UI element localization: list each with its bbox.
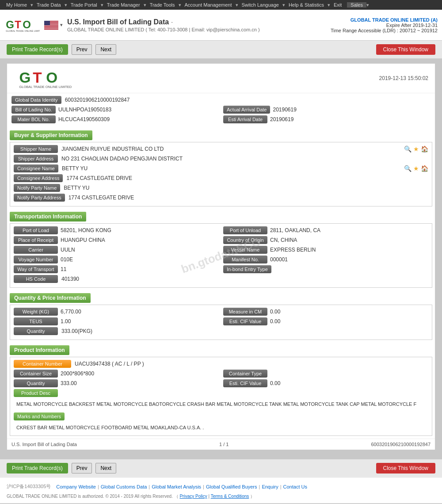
header-expire: Expire After 2019-12-31 (331, 23, 438, 28)
print-button-bottom[interactable]: Print Trade Record(s) (7, 463, 68, 473)
place-receipt-value: HUANGPU CHINA (61, 237, 219, 243)
container-number-row: Container Number UACU3947438 ( AC / L / … (14, 360, 428, 368)
master-bol-value: HLCUCA4190560309 (58, 116, 219, 122)
logo-area: G T O GLOBAL TRADE ONLINE LIMITED ▾ (4, 14, 63, 36)
weight-measure-row: Weight (KG) 6,770.00 Measure in CM 0.00 (14, 308, 428, 316)
inbond-col: In-bond Entry Type (223, 265, 428, 273)
nav-exit[interactable]: Exit (330, 2, 345, 8)
consignee-star-icon[interactable]: ★ (413, 165, 419, 172)
weight-value: 6,770.00 (61, 309, 219, 315)
consignee-address-label: Consignee Address (14, 174, 63, 182)
consignee-search-icon[interactable]: 🔍 (404, 165, 412, 172)
subtitle-tel: Tel: 400-710-3008 (149, 27, 188, 32)
nav-trade-tools[interactable]: Trade Tools (146, 2, 179, 8)
nav-my-home[interactable]: My Home (3, 2, 30, 8)
header-company-name: GLOBAL TRADE ONLINE LIMITED (A) (331, 17, 438, 23)
hs-code-row: HS Code 401390 (14, 275, 428, 283)
container-number-value: UACU3947438 ( AC / L / PP ) (75, 361, 428, 367)
prev-button-top[interactable]: Prev (72, 44, 92, 55)
svg-text:GLOBAL TRADE ONLINE LIMITED: GLOBAL TRADE ONLINE LIMITED (6, 30, 40, 32)
footer-company-website[interactable]: Company Website (56, 484, 96, 489)
shipper-star-icon[interactable]: ★ (413, 145, 419, 153)
port-unload-value: 2811, OAKLAND, CA (270, 227, 428, 233)
record-header: G T O GLOBAL TRADE ONLINE LIMITED 2019-1… (7, 64, 435, 93)
measure-col: Measure in CM 0.00 (223, 308, 428, 316)
nav-help-statistics[interactable]: Help & Statistics (285, 2, 328, 8)
header-bar: G T O GLOBAL TRADE ONLINE LIMITED ▾ U.S.… (0, 10, 442, 41)
footer-terms[interactable]: Terms & Conditions (211, 494, 249, 499)
transport-inbond-row: Way of Transport 11 In-bond Entry Type (14, 265, 428, 273)
esti-cif-qty-value: 0.00 (270, 318, 428, 325)
record-datetime: 2019-12-13 15:50:02 (379, 75, 428, 81)
teus-col: TEUS 1.00 (14, 317, 219, 325)
container-number-label: Container Number (14, 360, 71, 368)
notify-party-name-label: Notify Party Name (14, 184, 60, 192)
footer-global-market[interactable]: Global Market Analysis (152, 484, 201, 489)
shipper-name-row: Shipper Name JIANGMEN RUIYUE INDUSTRIAL … (14, 145, 428, 153)
port-row: Port of Load 58201, HONG KONG Port of Un… (14, 226, 428, 234)
master-bol-label: Mater BOL No. (11, 115, 56, 123)
bol-col: Bill of Lading No. UULNHPOA19050183 (11, 106, 219, 114)
svg-text:G: G (6, 19, 14, 31)
product-content: Container Number UACU3947438 ( AC / L / … (10, 357, 432, 436)
svg-text:O: O (23, 19, 31, 31)
close-button-bottom[interactable]: Close This Window (376, 463, 435, 473)
product-qty-cif-row: Quantity 333.00 Esti. CIF Value 0.00 (14, 379, 428, 387)
next-button-top[interactable]: Next (95, 44, 116, 55)
shipper-search-icon[interactable]: 🔍 (404, 145, 412, 153)
consignee-home-icon[interactable]: 🏠 (421, 165, 428, 172)
actual-arrival-col: Actual Arrival Date 20190619 (223, 106, 431, 114)
global-data-row: Global Data Identity 6003201906210000192… (11, 96, 431, 104)
notify-party-address-label: Notify Party Address (14, 194, 65, 202)
nav-trade-manager[interactable]: Trade Manager (103, 2, 144, 8)
prev-button-bottom[interactable]: Prev (72, 463, 92, 473)
record-card: G T O GLOBAL TRADE ONLINE LIMITED 2019-1… (7, 63, 435, 450)
teus-cif-row: TEUS 1.00 Esti. CIF Value 0.00 (14, 317, 428, 325)
header-ldr: Time Range Accessible (LDR) : 200712 ~ 2… (331, 28, 438, 33)
quantity-price-section: Quantity & Price Information Weight (KG)… (7, 290, 435, 343)
transportation-content: bn.gtodataSCO Port of Load 58201, HONG K… (10, 223, 432, 288)
footer-links: Company Website | Global Customs Data | … (56, 484, 307, 489)
transportation-header: Transportation Information (10, 212, 86, 221)
footer-global-customs[interactable]: Global Customs Data (101, 484, 147, 489)
subtitle-company: GLOBAL TRADE ONLINE LIMITED (67, 27, 144, 32)
footer-global-qualified[interactable]: Global Qualified Buyers (206, 484, 257, 489)
bol-value: UULNHPOA19050183 (58, 107, 219, 113)
product-cif-label: Esti. CIF Value (223, 379, 267, 387)
voyage-value: 010E (61, 256, 219, 263)
record-footer-page: 1 / 1 (219, 442, 229, 447)
subtitle-email: Email: vip@pierschina.com.cn (191, 27, 257, 32)
weight-label: Weight (KG) (14, 308, 58, 316)
carrier-col: Carrier UULN (14, 246, 219, 254)
marks-value: CKREST BAR METAL MOTORCYCLE FOOTBOARD ME… (14, 422, 428, 433)
nav-switch-language[interactable]: Switch Language (238, 2, 282, 8)
esti-arrival-value: 20190619 (270, 116, 431, 122)
nav-trade-data[interactable]: Trade Data (33, 2, 65, 8)
flag-area: ▾ (44, 21, 63, 30)
print-button-top[interactable]: Print Trade Record(s) (7, 44, 68, 55)
footer-contact-us[interactable]: Contact Us (283, 484, 307, 489)
notify-party-address-row: Notify Party Address 1774 CASTLEGATE DRI… (14, 194, 428, 202)
next-button-bottom[interactable]: Next (95, 463, 116, 473)
country-origin-value: CN, CHINA (270, 237, 428, 243)
nav-sales[interactable]: Sales (347, 2, 366, 8)
product-desc-row: Product Desc (14, 389, 428, 397)
way-transport-value: 11 (61, 266, 219, 272)
shipper-address-label: Shipper Address (14, 155, 58, 163)
toolbar-top: Print Trade Record(s) Prev Next Close Th… (0, 41, 442, 59)
product-cif-value: 0.00 (270, 380, 428, 386)
global-data-value: 6003201906210000192847 (65, 97, 431, 103)
manifest-label: Manifest No. (223, 256, 267, 263)
footer-enquiry[interactable]: Enquiry (262, 484, 278, 489)
receipt-origin-row: Place of Receipt HUANGPU CHINA Country o… (14, 236, 428, 244)
container-size-col: Container Size 2000*806*800 (14, 370, 219, 378)
notify-party-address-value: 1774 CASTLEGATE DRIVE (69, 195, 428, 201)
close-button-top[interactable]: Close This Window (376, 44, 435, 55)
shipper-home-icon[interactable]: 🏠 (421, 145, 428, 153)
port-load-col: Port of Load 58201, HONG KONG (14, 226, 219, 234)
footer-privacy[interactable]: Privacy Policy (179, 494, 207, 499)
top-nav: My Home ▾ Trade Data ▾ Trade Portal ▾ Tr… (0, 0, 442, 10)
nav-account-management[interactable]: Account Management (181, 2, 236, 8)
nav-trade-portal[interactable]: Trade Portal (67, 2, 101, 8)
esti-arrival-label: Esti Arrival Date (223, 115, 267, 123)
